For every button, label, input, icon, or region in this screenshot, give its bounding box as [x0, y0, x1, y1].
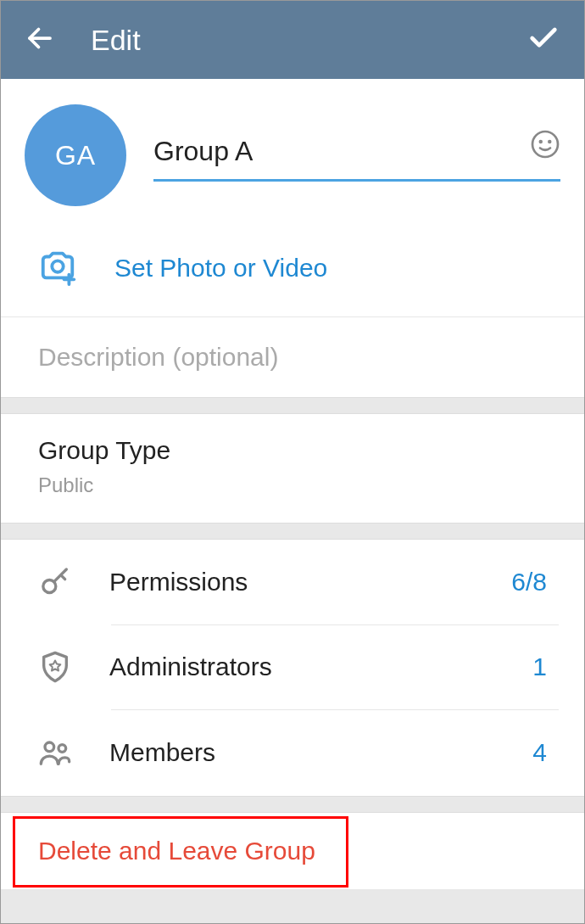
check-icon: [526, 21, 560, 55]
arrow-left-icon: [25, 23, 55, 53]
confirm-button[interactable]: [526, 21, 560, 59]
svg-point-3: [549, 141, 550, 143]
svg-point-4: [52, 260, 63, 272]
svg-point-2: [540, 141, 542, 143]
back-button[interactable]: [25, 23, 55, 57]
page-title: Edit: [91, 24, 491, 57]
smiley-icon: [530, 129, 560, 160]
members-row[interactable]: Members 4: [1, 709, 584, 796]
group-type-label: Group Type: [38, 436, 547, 465]
key-icon: [38, 565, 72, 599]
svg-point-1: [532, 132, 558, 157]
group-name-input[interactable]: [153, 129, 560, 182]
administrators-row[interactable]: Administrators 1: [1, 624, 584, 709]
people-icon: [38, 735, 72, 770]
shield-star-icon: [38, 650, 72, 684]
members-value: 4: [532, 738, 547, 767]
group-avatar[interactable]: GA: [25, 104, 126, 206]
svg-point-9: [58, 745, 66, 753]
administrators-value: 1: [532, 652, 547, 681]
members-label: Members: [109, 738, 495, 767]
group-type-value: Public: [38, 473, 547, 497]
administrators-label: Administrators: [109, 652, 495, 681]
permissions-value: 6/8: [511, 568, 547, 596]
permissions-row[interactable]: Permissions 6/8: [1, 540, 584, 624]
delete-leave-row[interactable]: Delete and Leave Group: [1, 813, 584, 889]
emoji-button[interactable]: [530, 129, 560, 163]
section-divider: [1, 796, 584, 813]
delete-leave-label: Delete and Leave Group: [38, 837, 547, 865]
set-photo-label: Set Photo or Video: [114, 254, 327, 283]
description-row[interactable]: [1, 316, 584, 397]
permissions-label: Permissions: [109, 568, 474, 596]
set-photo-row[interactable]: Set Photo or Video: [1, 230, 584, 316]
group-name-row: GA: [1, 79, 584, 230]
svg-point-8: [45, 742, 54, 752]
header-bar: Edit: [1, 1, 584, 79]
group-type-row[interactable]: Group Type Public: [1, 414, 584, 523]
section-divider: [1, 397, 584, 414]
description-input[interactable]: [38, 343, 547, 372]
section-divider: [1, 523, 584, 540]
camera-icon: [38, 247, 77, 289]
